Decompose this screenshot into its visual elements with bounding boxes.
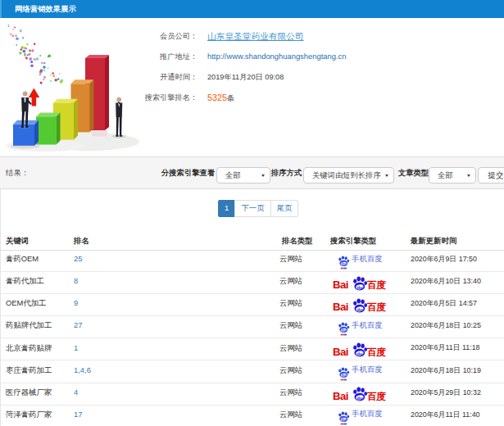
svg-text:du: du: [356, 306, 363, 311]
svg-text:du: du: [341, 374, 346, 378]
svg-text:du: du: [341, 418, 346, 422]
svg-text:du: du: [356, 396, 363, 401]
svg-text:du: du: [356, 284, 363, 289]
svg-text:du: du: [341, 262, 346, 266]
svg-text:du: du: [356, 351, 363, 356]
svg-text:du: du: [341, 329, 346, 333]
